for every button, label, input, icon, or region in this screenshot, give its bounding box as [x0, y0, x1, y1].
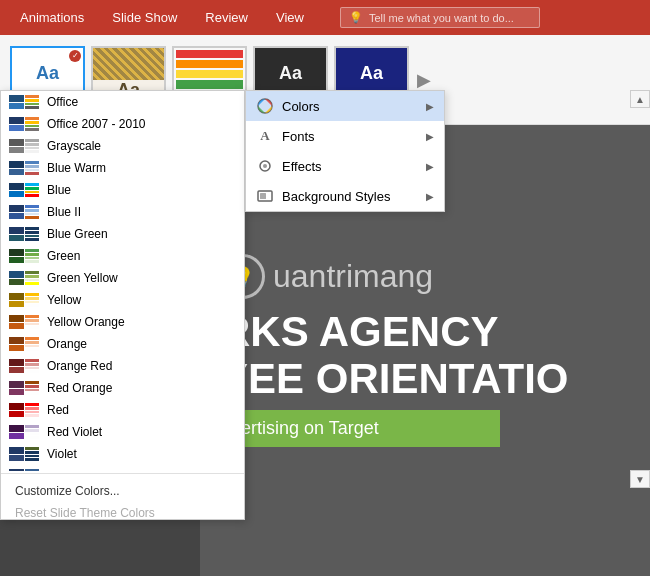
color-item[interactable]: Green Yellow [1, 267, 244, 289]
color-item-label: Blue Warm [47, 161, 106, 175]
color-swatch [9, 95, 39, 109]
color-item[interactable]: Blue II [1, 201, 244, 223]
background-icon [256, 187, 274, 205]
slide-title-1: RKS AGENCY [220, 309, 630, 355]
color-item[interactable]: Violet II [1, 465, 244, 471]
right-panel-effects[interactable]: Effects ▶ [246, 151, 444, 181]
color-swatch [9, 161, 39, 175]
color-item-label: Green Yellow [47, 271, 118, 285]
color-item[interactable]: Yellow Orange [1, 311, 244, 333]
color-swatch [9, 227, 39, 241]
color-swatch [9, 315, 39, 329]
color-item-label: Office 2007 - 2010 [47, 117, 146, 131]
right-panel-fonts[interactable]: A Fonts ▶ [246, 121, 444, 151]
effects-icon [256, 157, 274, 175]
color-item[interactable]: Blue [1, 179, 244, 201]
slide-green-bar: vertising on Target [220, 410, 500, 447]
color-item-label: Green [47, 249, 80, 263]
color-swatch [9, 249, 39, 263]
color-item-label: Red Violet [47, 425, 102, 439]
divider [1, 473, 244, 474]
color-item-label: Yellow [47, 293, 81, 307]
tell-me-search[interactable]: 💡 Tell me what you want to do... [340, 7, 540, 28]
reset-colors-btn: Reset Slide Theme Colors [9, 502, 236, 520]
colors-label: Colors [282, 99, 418, 114]
color-swatch [9, 183, 39, 197]
color-swatch [9, 447, 39, 461]
tab-slideshow[interactable]: Slide Show [100, 4, 189, 31]
color-item[interactable]: Red Violet [1, 421, 244, 443]
tab-review[interactable]: Review [193, 4, 260, 31]
color-item-label: Orange [47, 337, 87, 351]
color-item[interactable]: Yellow [1, 289, 244, 311]
color-item[interactable]: Red Orange [1, 377, 244, 399]
colors-arrow: ▶ [426, 101, 434, 112]
color-item-label: Violet [47, 447, 77, 461]
color-item[interactable]: Orange [1, 333, 244, 355]
color-item[interactable]: Grayscale [1, 135, 244, 157]
scroll-up-btn[interactable]: ▲ [630, 90, 650, 108]
color-swatch [9, 139, 39, 153]
color-swatch [9, 271, 39, 285]
colors-icon [256, 97, 274, 115]
color-item-label: Blue Green [47, 227, 108, 241]
slide-subtitle: vertising on Target [232, 418, 488, 439]
right-panel-background[interactable]: Background Styles ▶ [246, 181, 444, 211]
tab-view[interactable]: View [264, 4, 316, 31]
color-item-label: Red Orange [47, 381, 112, 395]
color-item-label: Office [47, 95, 78, 109]
svg-point-2 [263, 164, 267, 168]
fonts-icon: A [256, 127, 274, 145]
color-item-label: Grayscale [47, 139, 101, 153]
color-item-label: Blue II [47, 205, 81, 219]
fonts-label: Fonts [282, 129, 418, 144]
color-item-label: Violet II [47, 469, 87, 471]
color-item-label: Blue [47, 183, 71, 197]
color-swatch [9, 381, 39, 395]
color-item[interactable]: Office [1, 91, 244, 113]
color-swatch [9, 403, 39, 417]
color-swatch [9, 205, 39, 219]
logo-text: uantrimang [273, 258, 433, 295]
color-item[interactable]: Violet [1, 443, 244, 465]
tab-animations[interactable]: Animations [8, 4, 96, 31]
color-swatch [9, 117, 39, 131]
color-item[interactable]: Office 2007 - 2010 [1, 113, 244, 135]
slide-logo: 💡 uantrimang [220, 254, 630, 299]
color-swatch [9, 425, 39, 439]
slide-title-2: YEE ORIENTATIO [220, 356, 630, 402]
background-label: Background Styles [282, 189, 418, 204]
color-item[interactable]: Blue Green [1, 223, 244, 245]
color-swatch [9, 359, 39, 373]
svg-rect-4 [260, 193, 266, 199]
right-panel: Colors ▶ A Fonts ▶ Effects ▶ Background … [245, 90, 445, 212]
bottom-actions: Customize Colors... Reset Slide Theme Co… [1, 476, 244, 520]
effects-label: Effects [282, 159, 418, 174]
search-placeholder: Tell me what you want to do... [369, 12, 514, 24]
color-dropdown: OfficeOffice 2007 - 2010GrayscaleBlue Wa… [0, 90, 245, 520]
fonts-arrow: ▶ [426, 131, 434, 142]
color-item[interactable]: Green [1, 245, 244, 267]
color-item[interactable]: Red [1, 399, 244, 421]
background-arrow: ▶ [426, 191, 434, 202]
scroll-down-btn[interactable]: ▼ [630, 470, 650, 488]
customize-colors-btn[interactable]: Customize Colors... [9, 480, 236, 502]
effects-arrow: ▶ [426, 161, 434, 172]
color-swatch [9, 469, 39, 471]
color-item-label: Orange Red [47, 359, 112, 373]
color-item[interactable]: Blue Warm [1, 157, 244, 179]
ribbon-bar: Animations Slide Show Review View 💡 Tell… [0, 0, 650, 35]
right-panel-colors[interactable]: Colors ▶ [246, 91, 444, 121]
color-item[interactable]: Orange Red [1, 355, 244, 377]
themes-arrow-right[interactable]: ▶ [417, 69, 431, 91]
color-swatch [9, 337, 39, 351]
color-swatch [9, 293, 39, 307]
color-item-label: Yellow Orange [47, 315, 125, 329]
color-item-label: Red [47, 403, 69, 417]
